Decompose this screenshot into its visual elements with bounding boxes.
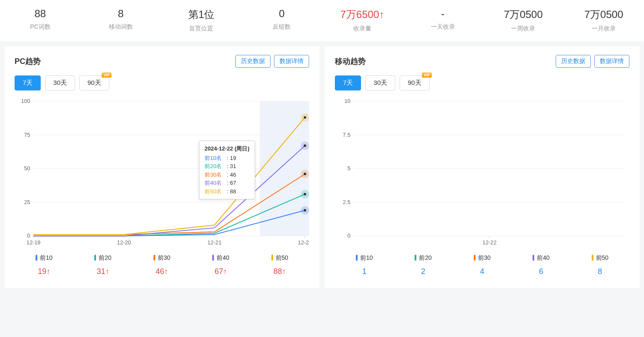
svg-text:75: 75 xyxy=(24,132,30,138)
legend-color-icon xyxy=(356,255,358,261)
legend-label: 前20 xyxy=(394,254,452,262)
legend-item: 前304 xyxy=(453,254,512,276)
stat-label: 一月收录 xyxy=(563,25,644,33)
svg-text:7.5: 7.5 xyxy=(343,132,351,138)
stat-label: 首页位置 xyxy=(161,25,242,33)
legend-label: 前40 xyxy=(512,254,570,262)
legend-label: 前30 xyxy=(132,254,191,262)
legend-value: 1 xyxy=(335,267,394,276)
legend-item: 前3046↑ xyxy=(132,254,191,276)
pc-chart: 025507510012-1912-2012-2112-222024-12-22… xyxy=(15,96,309,250)
legend-value: 8 xyxy=(571,267,629,276)
legend-value: 88↑ xyxy=(250,267,309,276)
legend-label: 前50 xyxy=(250,254,309,262)
stat-label: PC词数 xyxy=(0,23,81,31)
pc-trend-panel: PC趋势 历史数据 数据详情 7天 30天 90天 VIP 0255075100… xyxy=(4,46,319,288)
svg-point-22 xyxy=(304,193,306,196)
vip-badge: VIP xyxy=(102,72,111,78)
stat-value: 88 xyxy=(0,8,81,20)
svg-text:100: 100 xyxy=(21,98,30,104)
svg-text:0: 0 xyxy=(27,232,30,239)
stat-item: 88PC词数 xyxy=(0,8,81,33)
legend-item: 前406 xyxy=(512,254,570,276)
history-button[interactable]: 历史数据 xyxy=(235,55,271,68)
range-7d-button[interactable]: 7天 xyxy=(335,75,361,90)
up-arrow-icon: ↑ xyxy=(46,267,50,276)
mobile-trend-panel: 移动趋势 历史数据 数据详情 7天 30天 90天 VIP 02.557.510… xyxy=(325,46,640,288)
up-arrow-icon: ↑ xyxy=(282,267,286,276)
legend-label: 前20 xyxy=(73,254,132,262)
stat-item: 第1位首页位置 xyxy=(161,8,242,33)
legend-color-icon xyxy=(94,255,96,261)
legend-label: 前30 xyxy=(453,254,512,262)
range-30d-button[interactable]: 30天 xyxy=(365,75,395,90)
legend-label: 前10 xyxy=(335,254,394,262)
stat-label: 反链数 xyxy=(241,23,322,31)
mobile-legend: 前101前202前304前406前508 xyxy=(335,254,629,276)
stat-value: 7万0500 xyxy=(563,8,644,21)
svg-text:12-22: 12-22 xyxy=(298,239,309,246)
legend-text: 前10 xyxy=(360,254,373,261)
stat-item: 7万0500一周收录 xyxy=(483,8,564,33)
range-90d-button[interactable]: 90天 VIP xyxy=(79,75,109,90)
legend-label: 前10 xyxy=(15,254,73,262)
up-arrow-icon: ↑ xyxy=(223,267,227,276)
stat-label: 收录量 xyxy=(322,25,403,33)
up-arrow-icon: ↑ xyxy=(164,267,168,276)
mobile-panel-title: 移动趋势 xyxy=(335,56,366,66)
svg-point-20 xyxy=(304,209,306,212)
legend-color-icon xyxy=(36,255,37,261)
vip-badge: VIP xyxy=(422,72,432,78)
svg-text:12-19: 12-19 xyxy=(27,239,41,246)
legend-item: 前101 xyxy=(335,254,394,276)
legend-text: 前50 xyxy=(276,254,289,261)
svg-text:12-20: 12-20 xyxy=(117,239,131,246)
legend-item: 前4067↑ xyxy=(191,254,250,276)
detail-button[interactable]: 数据详情 xyxy=(274,55,309,68)
legend-color-icon xyxy=(474,255,475,261)
range-90d-button[interactable]: 90天 VIP xyxy=(400,75,430,90)
legend-item: 前5088↑ xyxy=(250,254,309,276)
legend-value: 2 xyxy=(394,267,452,276)
svg-text:5: 5 xyxy=(347,165,350,172)
legend-value: 4 xyxy=(453,267,512,276)
legend-text: 前40 xyxy=(217,254,229,261)
svg-text:50: 50 xyxy=(24,165,30,172)
svg-text:12-21: 12-21 xyxy=(208,239,222,246)
legend-item: 前202 xyxy=(394,254,452,276)
stat-label: 一天收录 xyxy=(403,23,483,31)
legend-label: 前50 xyxy=(571,254,629,262)
svg-text:25: 25 xyxy=(24,199,30,205)
legend-label: 前40 xyxy=(191,254,250,262)
stats-bar: 88PC词数8移动词数第1位首页位置0反链数7万6500↑收录量-一天收录7万0… xyxy=(0,0,644,41)
stat-item: 0反链数 xyxy=(241,8,322,33)
range-90d-label: 90天 xyxy=(408,79,421,86)
legend-color-icon xyxy=(533,255,534,261)
stat-value: 8 xyxy=(81,8,161,20)
legend-value: 67↑ xyxy=(191,267,250,276)
up-arrow-icon: ↑ xyxy=(379,9,384,20)
legend-item: 前1019↑ xyxy=(15,254,73,276)
up-arrow-icon: ↑ xyxy=(105,267,109,276)
history-button[interactable]: 历史数据 xyxy=(556,55,591,68)
detail-button[interactable]: 数据详情 xyxy=(594,55,629,68)
legend-color-icon xyxy=(153,255,155,261)
range-30d-button[interactable]: 30天 xyxy=(45,75,75,90)
legend-value: 19↑ xyxy=(15,267,73,276)
stat-value: 7万6500↑ xyxy=(322,8,403,21)
legend-text: 前50 xyxy=(596,254,609,261)
svg-text:2.5: 2.5 xyxy=(343,199,351,205)
legend-color-icon xyxy=(415,255,416,261)
stat-item: -一天收录 xyxy=(403,8,483,33)
legend-value: 46↑ xyxy=(132,267,191,276)
stat-value: 7万0500 xyxy=(483,8,564,21)
svg-text:12-22: 12-22 xyxy=(482,239,497,246)
legend-text: 前20 xyxy=(419,254,432,261)
legend-text: 前30 xyxy=(478,254,491,261)
legend-color-icon xyxy=(271,255,273,261)
pc-legend: 前1019↑前2031↑前3046↑前4067↑前5088↑ xyxy=(15,254,309,276)
legend-text: 前40 xyxy=(537,254,550,261)
svg-point-24 xyxy=(304,173,306,175)
range-7d-button[interactable]: 7天 xyxy=(15,75,41,90)
legend-color-icon xyxy=(592,255,593,261)
